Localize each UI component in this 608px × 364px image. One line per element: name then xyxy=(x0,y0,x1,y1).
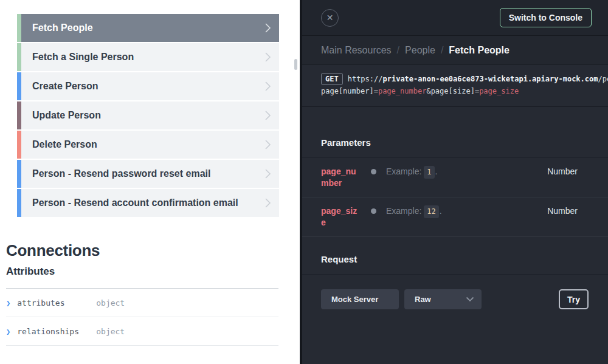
inspector-panel: ✕ Switch to Console Main Resources / Peo… xyxy=(300,0,608,364)
format-dropdown[interactable]: Raw xyxy=(404,289,482,309)
breadcrumb-separator: / xyxy=(397,45,399,56)
connections-section: Connections Attributes ❯ attributes obje… xyxy=(6,241,278,364)
parameter-name: page_size xyxy=(321,205,361,228)
query-key: page[number]= xyxy=(321,87,378,95)
chevron-right-icon xyxy=(264,168,271,179)
chevron-right-icon xyxy=(264,52,271,63)
endpoint-label: Update Person xyxy=(32,110,101,121)
request-url-line1: GET https://private-anon-ee0a6ce873-wick… xyxy=(321,72,608,86)
attribute-row-attributes[interactable]: ❯ attributes object xyxy=(6,289,278,317)
parameter-row-page-number: page_number Example:1. Number xyxy=(302,158,608,197)
try-button[interactable]: Try xyxy=(559,289,589,309)
query-value: page_number xyxy=(378,87,426,95)
scrollbar-thumb[interactable] xyxy=(294,59,297,70)
chevron-right-icon xyxy=(264,139,271,150)
breadcrumb-separator: / xyxy=(441,45,443,56)
attribute-type: object xyxy=(96,298,125,307)
parameter-type: Number xyxy=(547,166,578,177)
breadcrumb-current: Fetch People xyxy=(449,45,510,56)
format-dropdown-value: Raw xyxy=(415,295,431,304)
inspector-topbar: ✕ Switch to Console xyxy=(302,0,608,36)
attribute-name: relationships xyxy=(17,327,83,336)
url-path: /people? xyxy=(598,75,608,83)
attribute-row-relationships[interactable]: ❯ relationships object xyxy=(6,317,278,346)
request-url-block: GET https://private-anon-ee0a6ce873-wick… xyxy=(302,65,608,107)
url-domain: private-anon-ee0a6ce873-wicketapi.apiary… xyxy=(382,75,598,83)
chevron-right-icon xyxy=(264,197,271,208)
endpoint-item-fetch-single-person[interactable]: Fetch a Single Person xyxy=(17,43,279,71)
endpoint-item-delete-person[interactable]: Delete Person xyxy=(17,131,279,159)
endpoint-item-resend-password-reset[interactable]: Person - Resend password reset email xyxy=(17,160,279,188)
parameter-type: Number xyxy=(547,205,578,217)
url-scheme: https:// xyxy=(348,75,383,83)
breadcrumb-item-main-resources[interactable]: Main Resources xyxy=(321,45,392,56)
parameter-name: page_number xyxy=(321,166,361,189)
chevron-right-icon xyxy=(264,22,271,33)
docs-panel: Fetch People Fetch a Single Person Creat… xyxy=(0,0,300,364)
switch-to-console-button[interactable]: Switch to Console xyxy=(500,8,592,27)
endpoint-label: Create Person xyxy=(32,81,98,92)
endpoint-item-resend-account-confirmation[interactable]: Person - Resend account confirmation ema… xyxy=(17,189,279,217)
expand-chevron-icon[interactable]: ❯ xyxy=(6,328,10,336)
endpoint-label: Person - Resend account confirmation ema… xyxy=(32,197,238,208)
chevron-down-icon xyxy=(466,297,474,302)
endpoint-label: Person - Resend password reset email xyxy=(32,168,210,179)
example-value-badge: 12 xyxy=(424,205,438,218)
request-toolbar: Mock Server Raw Try xyxy=(302,275,608,309)
endpoint-item-fetch-people[interactable]: Fetch People xyxy=(17,14,279,42)
bullet-dot-icon xyxy=(371,169,376,174)
section-subtitle: Attributes xyxy=(6,266,278,278)
parameters-heading: Parameters xyxy=(302,107,608,158)
endpoint-label: Delete Person xyxy=(32,139,97,150)
section-title: Connections xyxy=(6,241,278,260)
close-icon[interactable]: ✕ xyxy=(321,9,339,27)
attribute-type: object xyxy=(96,327,125,336)
http-method-badge: GET xyxy=(321,73,343,85)
attributes-table: ❯ attributes object ❯ relationships obje… xyxy=(6,288,278,346)
request-url-line2: page[number]=page_number&page[size]=page… xyxy=(321,86,608,97)
endpoint-label: Fetch a Single Person xyxy=(32,52,134,63)
query-value: page_size xyxy=(479,87,519,95)
section-description: In Wicket, connections represent a link … xyxy=(6,362,277,364)
endpoint-item-create-person[interactable]: Create Person xyxy=(17,72,279,100)
bullet-dot-icon xyxy=(371,208,376,214)
example-value-badge: 1 xyxy=(424,166,434,179)
breadcrumb: Main Resources / People / Fetch People xyxy=(302,36,608,65)
endpoint-label: Fetch People xyxy=(32,22,93,33)
query-ampersand: & xyxy=(426,87,430,95)
parameter-example: Example:1. xyxy=(386,166,437,179)
chevron-right-icon xyxy=(264,81,271,92)
parameter-row-page-size: page_size Example:12. Number xyxy=(302,197,608,237)
attribute-name: attributes xyxy=(17,298,83,307)
breadcrumb-item-people[interactable]: People xyxy=(405,45,435,56)
parameter-example: Example:12. xyxy=(386,205,442,218)
endpoint-list: Fetch People Fetch a Single Person Creat… xyxy=(17,14,279,217)
query-key: page[size]= xyxy=(431,87,479,95)
chevron-right-icon xyxy=(264,110,271,121)
expand-chevron-icon[interactable]: ❯ xyxy=(6,299,10,307)
request-heading: Request xyxy=(302,237,608,275)
endpoint-item-update-person[interactable]: Update Person xyxy=(17,101,279,129)
mock-server-button[interactable]: Mock Server xyxy=(321,289,399,309)
